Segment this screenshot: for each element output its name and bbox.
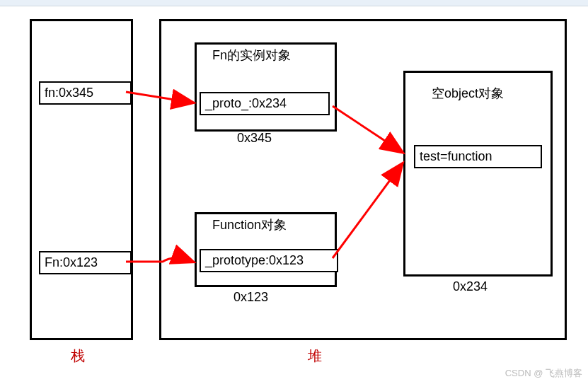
- object-title: 空object对象: [432, 85, 504, 102]
- function-title: Function对象: [212, 216, 287, 233]
- instance-address: 0x345: [237, 131, 272, 146]
- stack-box: [30, 19, 133, 340]
- instance-proto-field: _proto_:0x234: [200, 92, 330, 115]
- stack-Fn-entry: Fn:0x123: [39, 251, 132, 274]
- function-prototype-field: _prototype:0x123: [200, 249, 338, 272]
- watermark: CSDN @ 飞燕博客: [505, 367, 582, 380]
- object-test-field: test=function: [414, 145, 542, 168]
- stack-fn-entry: fn:0x345: [39, 81, 132, 105]
- stack-label: 栈: [71, 347, 85, 366]
- top-bar: [0, 0, 588, 6]
- heap-label: 堆: [308, 347, 322, 366]
- instance-title: Fn的实例对象: [212, 47, 291, 64]
- function-address: 0x123: [234, 290, 268, 305]
- object-address: 0x234: [453, 279, 488, 294]
